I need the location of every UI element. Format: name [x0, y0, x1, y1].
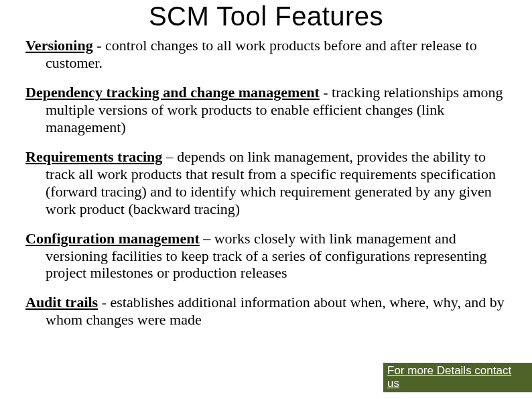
contact-line2: us [387, 377, 399, 390]
contact-line1: For more Details contact [387, 364, 511, 377]
slide-title: SCM Tool Features [0, 1, 532, 32]
feature-requirements-tracing: Requirements tracing – depends on link m… [25, 148, 507, 218]
feature-sep: - [98, 294, 110, 310]
contact-link[interactable]: For more Details contact us [383, 363, 532, 392]
slide: SCM Tool Features Versioning - control c… [0, 1, 532, 399]
feature-audit-trails: Audit trails - establishes additional in… [25, 294, 507, 329]
feature-sep: - [93, 37, 105, 54]
feature-term: Versioning [25, 37, 93, 54]
feature-term: Dependency tracking and change managemen… [25, 84, 320, 101]
feature-desc: establishes additional information about… [46, 294, 505, 328]
feature-configuration-management: Configuration management – works closely… [25, 230, 507, 282]
feature-term: Requirements tracing [25, 148, 162, 165]
feature-term: Configuration management [25, 230, 200, 247]
slide-body: Versioning - control changes to all work… [0, 37, 532, 329]
feature-sep: - [320, 84, 332, 101]
feature-desc: control changes to all work products bef… [46, 37, 477, 71]
feature-sep: – [162, 148, 177, 165]
feature-versioning: Versioning - control changes to all work… [25, 37, 507, 72]
feature-term: Audit trails [25, 294, 98, 310]
feature-sep: – [200, 230, 214, 247]
feature-dependency-tracking: Dependency tracking and change managemen… [25, 84, 507, 136]
